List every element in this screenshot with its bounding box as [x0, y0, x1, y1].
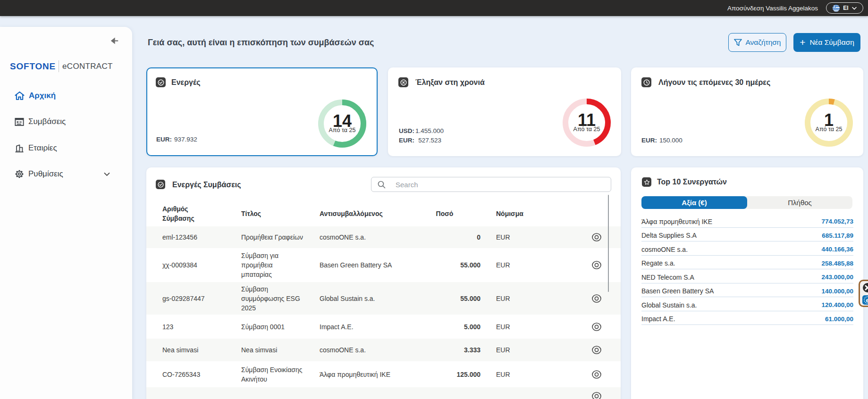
svg-text:Από τα 25: Από τα 25: [573, 126, 600, 133]
svg-text:Από τα 25: Από τα 25: [816, 126, 843, 133]
svg-text:e: e: [866, 296, 868, 303]
svg-text:Από τα 25: Από τα 25: [329, 127, 356, 133]
